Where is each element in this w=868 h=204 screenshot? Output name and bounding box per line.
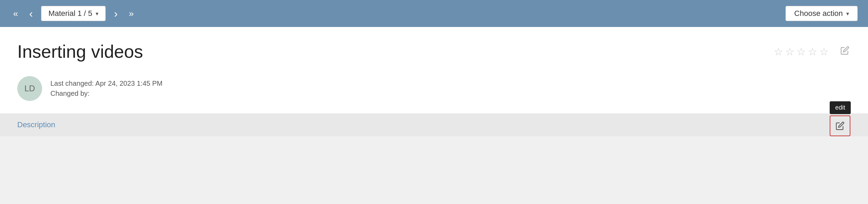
star-2[interactable]: ☆ xyxy=(785,46,794,58)
avatar: LD xyxy=(17,76,42,101)
choose-action-label: Choose action xyxy=(794,9,843,18)
navigation-bar: Material 1 / 5 ▾ Choose action ▾ xyxy=(0,0,868,27)
left-arrow-icon xyxy=(29,7,33,20)
choose-action-button[interactable]: Choose action ▾ xyxy=(785,6,858,21)
right-arrow-icon xyxy=(114,7,118,20)
choose-action-dropdown-arrow-icon: ▾ xyxy=(846,10,849,17)
main-content-area: Inserting videos ☆ ☆ ☆ ☆ ☆ LD Last chang… xyxy=(0,27,868,136)
star-4[interactable]: ☆ xyxy=(808,46,817,58)
material-counter-badge[interactable]: Material 1 / 5 ▾ xyxy=(41,6,106,21)
edit-button-bottom[interactable] xyxy=(830,115,850,136)
edit-tooltip: edit xyxy=(830,101,851,114)
changed-by-text: Changed by: xyxy=(50,90,163,98)
description-bar: Description edit xyxy=(0,113,868,136)
pencil-icon-bottom xyxy=(836,121,845,130)
double-right-arrow-icon xyxy=(129,8,134,19)
first-nav-button[interactable] xyxy=(10,6,21,21)
description-label[interactable]: Description xyxy=(17,120,55,129)
page-title: Inserting videos xyxy=(17,41,143,62)
author-info: Last changed: Apr 24, 2023 1:45 PM Chang… xyxy=(50,80,163,98)
nav-left-controls: Material 1 / 5 ▾ xyxy=(10,5,136,22)
star-rating[interactable]: ☆ ☆ ☆ ☆ ☆ xyxy=(774,46,829,58)
star-1[interactable]: ☆ xyxy=(774,46,783,58)
star-3[interactable]: ☆ xyxy=(797,46,806,58)
material-counter-label: Material 1 / 5 xyxy=(48,9,92,18)
avatar-initials: LD xyxy=(25,84,35,93)
header-actions: ☆ ☆ ☆ ☆ ☆ xyxy=(774,44,851,59)
double-left-arrow-icon xyxy=(13,8,18,19)
prev-nav-button[interactable] xyxy=(26,5,36,22)
edit-tooltip-container: edit xyxy=(830,101,851,136)
nav-right-controls: Choose action ▾ xyxy=(785,6,858,21)
last-nav-button[interactable] xyxy=(126,6,136,21)
counter-dropdown-arrow-icon: ▾ xyxy=(96,10,98,17)
content-header: Inserting videos ☆ ☆ ☆ ☆ ☆ xyxy=(17,41,851,62)
next-nav-button[interactable] xyxy=(111,5,120,22)
author-section: LD Last changed: Apr 24, 2023 1:45 PM Ch… xyxy=(17,76,851,101)
last-changed-text: Last changed: Apr 24, 2023 1:45 PM xyxy=(50,80,163,87)
edit-button-top[interactable] xyxy=(839,44,851,59)
star-5[interactable]: ☆ xyxy=(819,46,829,58)
pencil-icon-top xyxy=(840,46,849,55)
